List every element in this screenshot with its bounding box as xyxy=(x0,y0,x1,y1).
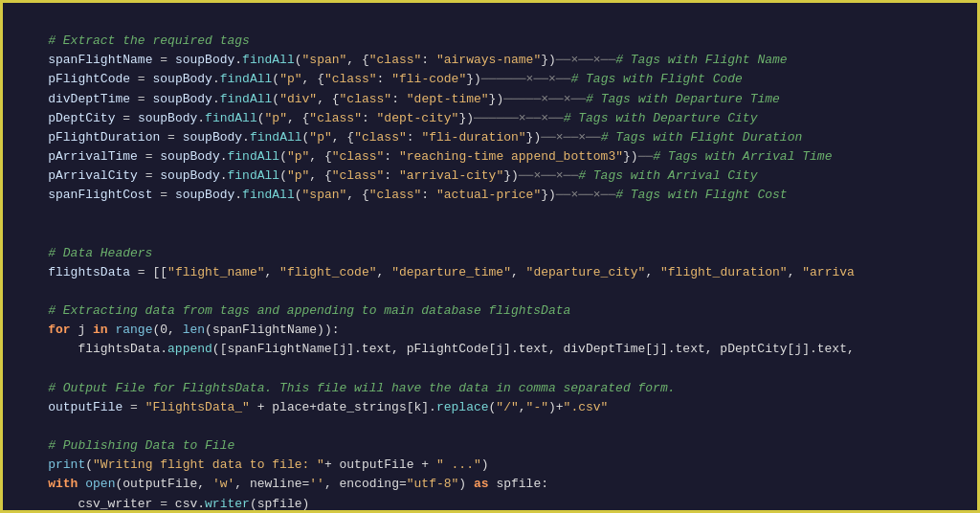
line-csv-writer: csv_writer = csv.writer(spfile) xyxy=(18,497,309,511)
line-parrival-time: pArrivalTime = soupBody.findAll("p", {"c… xyxy=(18,149,832,164)
line-pflight-code: pFlightCode = soupBody.findAll("p", {"cl… xyxy=(18,72,743,86)
line-parrival-city: pArrivalCity = soupBody.findAll("p", {"c… xyxy=(18,168,757,183)
comment-extracting-data: # Extracting data from tags and appendin… xyxy=(18,303,570,318)
code-content: # Extract the required tags spanFlightNa… xyxy=(18,12,962,513)
line-flights-data: flightsData = [["flight_name", "flight_c… xyxy=(18,265,855,279)
comment-publishing: # Publishing Data to File xyxy=(18,438,234,453)
line-append: flightsData.append([spanFlightName[j].te… xyxy=(18,342,855,356)
comment-output-file: # Output File for FlightsData. This file… xyxy=(18,381,676,395)
line-print-writing: print("Writing flight data to file: "+ o… xyxy=(18,457,489,472)
line-span-flight-cost: spanFlightCost = soupBody.findAll("span"… xyxy=(18,188,788,202)
line-with-open: with open(outputFile, 'w', newline='', e… xyxy=(18,477,548,491)
line-div-dept-time: divDeptTime = soupBody.findAll("div", {"… xyxy=(18,92,780,106)
line-for-loop: for j in range(0, len(spanFlightName)): xyxy=(18,323,340,337)
line-pdept-city: pDeptCity = soupBody.findAll("p", {"clas… xyxy=(18,111,757,125)
code-editor: # Extract the required tags spanFlightNa… xyxy=(0,0,980,513)
line-span-flight-name: spanFlightName = soupBody.findAll("span"… xyxy=(18,53,788,67)
line-output-file: outputFile = "FlightsData_" + place+date… xyxy=(18,400,608,414)
comment-extract-tags: # Extract the required tags xyxy=(18,33,250,48)
line-pflight-duration: pFlightDuration = soupBody.findAll("p", … xyxy=(18,130,802,145)
comment-data-headers: # Data Headers xyxy=(18,246,152,260)
